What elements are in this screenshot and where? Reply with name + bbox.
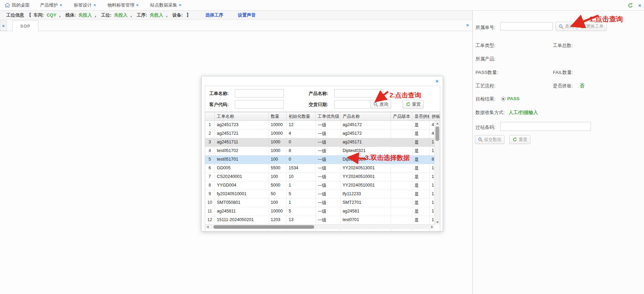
select-process-link[interactable]: 选择工序 (205, 12, 223, 18)
cell-panelized: 是 (412, 155, 430, 164)
submit-data-button[interactable]: 提交数据 (475, 135, 504, 144)
scroll-down-icon[interactable] (435, 220, 440, 225)
product-name-label: 产品名称: (309, 91, 328, 97)
query-button[interactable]: 查询 (556, 22, 577, 31)
cell-product-version (391, 229, 412, 231)
cell-priority (316, 229, 340, 231)
table-row[interactable]: 9 fy20240510001 50 5 一级 lfy112233 是 1 (205, 190, 440, 199)
station-field-separator: ， (58, 12, 62, 18)
cell-product-name: test0701 (340, 216, 391, 224)
grid-header[interactable]: 数量 (269, 112, 287, 121)
table-row[interactable]: 10 SMT050801 100 1 一级 SMT2701 是 1 (205, 199, 440, 207)
cell-panelized: 是 (412, 199, 430, 207)
tab-close-icon[interactable]: × (60, 3, 62, 7)
set-sound-link[interactable]: 设置声音 (238, 12, 256, 18)
table-row[interactable]: 3 ag2451711 1000 0 一级 ag245171 是 1 (205, 138, 440, 147)
order-name-input[interactable] (235, 89, 284, 97)
grid-header[interactable]: 产品名称 (340, 112, 391, 121)
tab-sop[interactable]: SOP (12, 20, 38, 31)
cell-order-name: test051702 (215, 147, 269, 155)
customer-code-input[interactable] (235, 100, 284, 108)
cell-init-qty: 13 (287, 216, 316, 224)
cell-product-version (391, 190, 412, 198)
tab-label: 物料标签管理 (107, 2, 134, 8)
panelized-label: 是否拼板: (553, 83, 573, 89)
process-flow-label: 工艺流程: (475, 83, 496, 89)
station-field-separator: ， (93, 12, 98, 18)
cell-priority: 一级 (316, 121, 340, 129)
grid-header[interactable]: 是否拼板 (412, 112, 430, 121)
reset-button[interactable]: 重置 (509, 135, 530, 144)
delivery-date-label: 交货日期: (309, 102, 328, 108)
scroll-right-icon[interactable] (430, 225, 434, 229)
table-row[interactable]: 8 YYGD004 5000 1 一级 YY20240510001 是 1 (205, 181, 440, 190)
grid-header[interactable]: 产品版本 (391, 112, 412, 121)
cell-priority: 一级 (316, 181, 340, 190)
cell-priority: 一级 (316, 138, 340, 146)
order-name-label: 工单名称: (209, 91, 229, 97)
dialog-reset-button[interactable]: 重置 (403, 100, 424, 109)
pass-radio[interactable] (501, 97, 506, 101)
cell-init-qty: 4 (287, 130, 316, 138)
owner-no-input[interactable] (500, 22, 553, 30)
dialog-reset-button-label: 重置 (412, 102, 421, 107)
cell-init-qty: 10 (287, 173, 316, 181)
table-row[interactable]: 12 15111-2024050201 1203 13 一级 test0701 … (205, 216, 440, 225)
visual-check-label: 目检结果: (475, 96, 496, 102)
dialog-close-icon[interactable]: × (435, 78, 439, 84)
tab-close-icon[interactable]: × (179, 3, 181, 7)
cell-init-qty (287, 229, 316, 231)
vertical-scrollbar[interactable] (434, 121, 440, 225)
collapse-left-button[interactable]: « (0, 20, 7, 31)
vertical-scrollbar-thumb[interactable] (435, 126, 439, 141)
tab-item[interactable]: 物料标签管理 × (107, 2, 138, 8)
magnifier-icon (373, 102, 378, 107)
cell-qty: 1000 (269, 138, 287, 146)
grid-header[interactable]: 工单名称 (215, 112, 269, 121)
bracket-close: 】 (186, 12, 191, 18)
barcode-input[interactable] (500, 122, 591, 131)
grid-header-row: 工单名称 数量 初始化数量 工单优先级 产品名称 产品版本 是否拼板 拼板数量 (205, 112, 440, 121)
table-row[interactable]: 11 ag245811 10000 5 一级 ag24581 是 1 (205, 207, 440, 216)
horizontal-scrollbar[interactable] (205, 225, 434, 229)
station-field-value: 先投入 (114, 12, 128, 18)
scroll-left-icon[interactable] (205, 225, 210, 229)
tab-item[interactable]: 站点数据采集 × (150, 2, 181, 8)
station-field-separator: ， (129, 12, 133, 18)
cell-order-name: ag2451721 (215, 130, 269, 138)
station-field: 工位: 先投入 ， (99, 12, 135, 18)
tab-close-icon[interactable]: × (136, 3, 138, 7)
grid-header[interactable]: 初始化数量 (287, 112, 316, 121)
tab-item[interactable]: 产品维护 × (40, 2, 62, 8)
tab-close-icon[interactable]: × (94, 3, 96, 7)
cell-priority: 一级 (316, 164, 340, 172)
table-row[interactable]: 7 CS20240001 100 10 一级 YY20240510001 是 1 (205, 173, 440, 181)
tab-my-desktop[interactable]: 我的桌面 (5, 2, 30, 8)
cell-priority: 一级 (316, 173, 340, 181)
dialog-query-button[interactable]: 查询 (370, 100, 391, 109)
row-number: 4 (205, 147, 215, 155)
table-row[interactable]: 6 GD005 5500 1534 一级 YY20240513001 是 1 (205, 164, 440, 173)
grid-header[interactable]: 拼板数量 (430, 112, 440, 121)
cell-product-name: ag245172 (340, 130, 391, 138)
row-number: 8 (205, 181, 215, 190)
product-name-input[interactable] (334, 89, 383, 97)
cell-init-qty: 0 (287, 155, 316, 164)
close-icon[interactable]: × (638, 2, 641, 8)
table-row-partial[interactable]: 13 (205, 229, 440, 231)
collapse-right-button[interactable]: » (466, 22, 469, 28)
tab-item[interactable]: 标签设计 × (74, 2, 96, 8)
grid-header[interactable]: 工单优先级 (316, 112, 340, 121)
cell-init-qty: 8 (287, 147, 316, 155)
tab-label: 我的桌面 (12, 2, 30, 8)
scroll-up-icon[interactable] (435, 121, 440, 126)
refresh-icon[interactable] (627, 3, 633, 8)
table-row[interactable]: 1 ag2451723 10000 12 一级 ag245172 是 4 (205, 121, 440, 130)
table-row[interactable]: 2 ag2451721 10000 4 一级 ag245172 是 4 (205, 130, 440, 138)
cell-product-version (391, 216, 412, 224)
horizontal-scrollbar-thumb[interactable] (213, 225, 314, 229)
station-field-label: 工位: (101, 12, 112, 18)
tab-list: 产品维护 × 标签设计 × 物料标签管理 × 站点数据采集 × (40, 2, 192, 8)
magnifier-icon (559, 24, 564, 29)
row-number: 12 (205, 216, 215, 224)
